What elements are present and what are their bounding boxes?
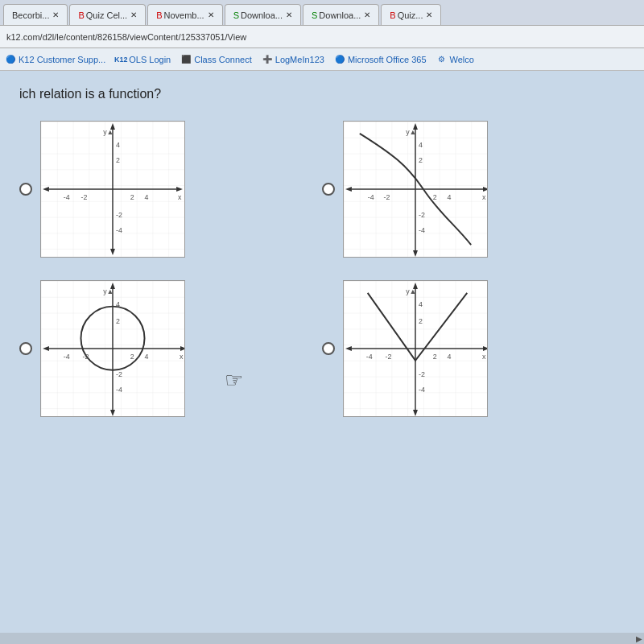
tab-6-icon: B bbox=[390, 10, 395, 20]
svg-text:2: 2 bbox=[433, 193, 437, 201]
radio-2[interactable] bbox=[322, 183, 335, 196]
svg-text:-2: -2 bbox=[80, 193, 87, 201]
svg-text:-2: -2 bbox=[385, 353, 391, 361]
svg-text:-4: -4 bbox=[64, 193, 70, 201]
tab-5-icon: S bbox=[312, 10, 317, 20]
scrollbar-bottom[interactable]: ▶ bbox=[0, 633, 644, 644]
tab-3[interactable]: B Novemb... ✕ bbox=[147, 4, 222, 25]
page-content: ich relation is a function? bbox=[0, 71, 644, 644]
graph-box-3: -4 -2 2 4 x 4 2 -2 -4 y▲ bbox=[40, 280, 185, 417]
svg-text:4: 4 bbox=[116, 300, 120, 308]
svg-text:-2: -2 bbox=[116, 370, 122, 378]
svg-text:-2: -2 bbox=[82, 353, 89, 361]
tab-1-label: Becorbi... bbox=[12, 10, 49, 20]
browser-tabs: Becorbi... ✕ B Quiz Cel... ✕ B Novemb...… bbox=[0, 0, 644, 26]
top-graphs-row: -4 -2 2 4 x 4 2 -2 -4 y▲ bbox=[19, 121, 625, 258]
tab-4-icon: S bbox=[233, 10, 239, 20]
svg-text:4: 4 bbox=[145, 353, 149, 361]
radio-1[interactable] bbox=[19, 183, 32, 196]
svg-text:4: 4 bbox=[448, 193, 452, 201]
bookmark-welcome-icon: ⚙ bbox=[436, 54, 448, 65]
bookmark-class-connect-icon: ⬛ bbox=[180, 54, 192, 65]
svg-text:x: x bbox=[482, 353, 486, 361]
tab-1-close[interactable]: ✕ bbox=[52, 10, 59, 19]
tab-3-close[interactable]: ✕ bbox=[208, 10, 214, 19]
svg-text:-4: -4 bbox=[64, 353, 70, 361]
bookmark-logmein[interactable]: ➕ LogMeIn123 bbox=[262, 54, 324, 65]
svg-text:y▲: y▲ bbox=[103, 287, 114, 295]
bookmark-k12-support[interactable]: 🔵 K12 Customer Supp... bbox=[5, 54, 105, 65]
bookmarks-bar: 🔵 K12 Customer Supp... K12 OLS Login ⬛ C… bbox=[0, 48, 644, 71]
bookmark-welcome[interactable]: ⚙ Welco bbox=[436, 54, 474, 65]
question-text: ich relation is a function? bbox=[19, 87, 625, 101]
bookmark-office-label: Microsoft Office 365 bbox=[348, 55, 427, 64]
svg-text:2: 2 bbox=[130, 353, 134, 361]
svg-text:4: 4 bbox=[419, 141, 423, 149]
graph-svg-3: -4 -2 2 4 x 4 2 -2 -4 y▲ bbox=[41, 281, 184, 416]
graph-svg-2: -4 -2 2 4 x 4 2 -2 -4 y▲ bbox=[344, 122, 487, 257]
svg-text:2: 2 bbox=[116, 156, 120, 164]
graph-box-4: -4 -2 2 4 x 4 2 -2 -4 y▲ bbox=[343, 280, 488, 417]
graph-option-2[interactable]: -4 -2 2 4 x 4 2 -2 -4 y▲ bbox=[322, 121, 488, 258]
bookmark-logmein-label: LogMeIn123 bbox=[275, 55, 324, 64]
bookmark-class-connect-label: Class Connect bbox=[194, 55, 252, 64]
svg-text:-2: -2 bbox=[419, 370, 425, 378]
bottom-graphs-row: -4 -2 2 4 x 4 2 -2 -4 y▲ ☞ bbox=[19, 280, 625, 417]
tab-5-close[interactable]: ✕ bbox=[364, 10, 370, 19]
svg-text:-2: -2 bbox=[116, 211, 122, 219]
svg-text:2: 2 bbox=[419, 317, 423, 325]
svg-text:4: 4 bbox=[116, 141, 120, 149]
bookmark-ols-label: OLS Login bbox=[129, 55, 171, 64]
address-text: k12.com/d2l/le/content/826158/viewConten… bbox=[6, 32, 246, 42]
tab-2[interactable]: B Quiz Cel... ✕ bbox=[69, 4, 146, 25]
svg-text:x: x bbox=[482, 193, 486, 201]
bookmark-class-connect[interactable]: ⬛ Class Connect bbox=[180, 54, 252, 65]
bookmark-welcome-label: Welco bbox=[450, 55, 474, 64]
tab-5[interactable]: S Downloa... ✕ bbox=[303, 4, 379, 25]
tab-6-close[interactable]: ✕ bbox=[426, 10, 432, 19]
svg-text:y▲: y▲ bbox=[406, 287, 416, 295]
svg-text:y▲: y▲ bbox=[406, 128, 416, 136]
bookmark-office[interactable]: 🔵 Microsoft Office 365 bbox=[334, 54, 427, 65]
svg-text:2: 2 bbox=[419, 156, 423, 164]
svg-text:-4: -4 bbox=[419, 386, 425, 394]
svg-text:2: 2 bbox=[433, 353, 437, 361]
svg-text:-4: -4 bbox=[116, 226, 122, 234]
scroll-right-arrow[interactable]: ▶ bbox=[636, 634, 642, 643]
tab-5-label: Downloa... bbox=[319, 10, 361, 20]
tab-6[interactable]: B Quiz... ✕ bbox=[381, 4, 441, 25]
radio-3[interactable] bbox=[19, 342, 32, 355]
svg-text:2: 2 bbox=[130, 193, 134, 201]
graph-svg-1: -4 -2 2 4 x 4 2 -2 -4 y▲ bbox=[41, 122, 184, 257]
graph-option-1[interactable]: -4 -2 2 4 x 4 2 -2 -4 y▲ bbox=[19, 121, 185, 258]
svg-text:x: x bbox=[180, 353, 184, 361]
svg-text:-4: -4 bbox=[116, 386, 122, 394]
tab-6-label: Quiz... bbox=[398, 10, 423, 20]
bookmark-k12-support-icon: 🔵 bbox=[5, 54, 16, 65]
address-bar: k12.com/d2l/le/content/826158/viewConten… bbox=[0, 26, 644, 48]
tab-1[interactable]: Becorbi... ✕ bbox=[3, 4, 68, 25]
svg-text:x: x bbox=[178, 193, 182, 201]
svg-text:4: 4 bbox=[145, 193, 149, 201]
svg-text:4: 4 bbox=[419, 300, 423, 308]
svg-text:y▲: y▲ bbox=[103, 128, 114, 136]
bookmark-office-icon: 🔵 bbox=[334, 54, 345, 65]
svg-text:-2: -2 bbox=[383, 193, 390, 201]
graph-box-1: -4 -2 2 4 x 4 2 -2 -4 y▲ bbox=[40, 121, 185, 258]
graph-svg-4: -4 -2 2 4 x 4 2 -2 -4 y▲ bbox=[344, 281, 487, 416]
tab-3-label: Novemb... bbox=[164, 10, 204, 20]
tab-2-icon: B bbox=[78, 10, 84, 20]
cursor-hand-icon: ☞ bbox=[225, 368, 243, 393]
tab-4-label: Downloa... bbox=[241, 10, 283, 20]
tab-2-close[interactable]: ✕ bbox=[130, 10, 137, 19]
graph-box-2: -4 -2 2 4 x 4 2 -2 -4 y▲ bbox=[343, 121, 488, 258]
svg-text:-4: -4 bbox=[366, 353, 373, 361]
tab-4[interactable]: S Downloa... ✕ bbox=[225, 4, 301, 25]
radio-4[interactable] bbox=[322, 342, 335, 355]
bookmark-ols-login[interactable]: K12 OLS Login bbox=[115, 54, 171, 65]
tab-4-close[interactable]: ✕ bbox=[286, 10, 292, 19]
tab-2-label: Quiz Cel... bbox=[86, 10, 127, 20]
graph-option-4[interactable]: -4 -2 2 4 x 4 2 -2 -4 y▲ bbox=[322, 280, 488, 417]
graph-option-3[interactable]: -4 -2 2 4 x 4 2 -2 -4 y▲ bbox=[19, 280, 185, 417]
svg-text:2: 2 bbox=[116, 317, 120, 325]
